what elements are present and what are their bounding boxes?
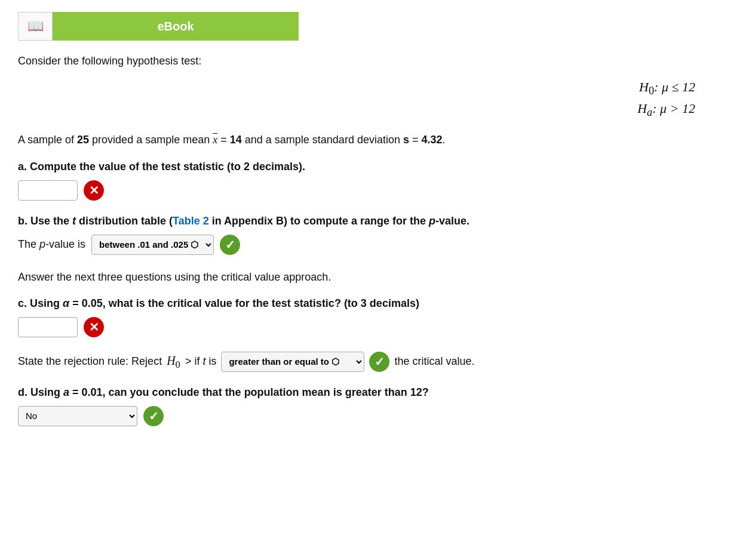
part-c-label: c. Using α = 0.05, what is the critical … [18,297,731,310]
part-a-label: a. Compute the value of the test statist… [18,161,731,173]
ha-statement: Ha: μ > 12 [18,101,695,119]
part-a-input[interactable] [18,180,78,201]
intro-text: Consider the following hypothesis test: [18,55,731,67]
ebook-icon[interactable]: 📖 [18,12,53,41]
sample-info: A sample of 25 provided a sample mean x … [18,134,731,146]
rejection-rule-row: State the rejection rule: Reject H0 > if… [18,352,731,372]
rejection-text-post: the critical value. [394,353,474,370]
pvalue-label: The p-value is [18,238,85,251]
part-d-dropdown[interactable]: No Yes [18,406,137,426]
rejection-dropdown[interactable]: greater than or equal to ⬡ greater than … [221,352,364,372]
part-b-dropdown-row: The p-value is between .01 and .025 ⬡ le… [18,235,731,255]
rejection-correct-icon: ✓ [369,352,389,372]
part-d-label: d. Using a = 0.01, can you conclude that… [18,386,731,399]
part-b-correct-icon: ✓ [220,235,240,255]
part-a-input-row: ✕ [18,180,731,201]
ebook-header: 📖 eBook [18,12,299,41]
critical-value-intro: Answer the next three questions using th… [18,269,731,285]
part-d-correct-icon: ✓ [143,406,164,426]
part-d-dropdown-row: No Yes ✓ [18,406,731,426]
table2-link[interactable]: Table 2 [173,215,209,227]
book-icon: 📖 [27,19,44,34]
rejection-text-pre: State the rejection rule: Reject [18,353,162,370]
pvalue-dropdown[interactable]: between .01 and .025 ⬡ less than .005 be… [91,235,214,255]
part-c-incorrect-icon: ✕ [84,317,104,337]
hypothesis-block: H0: μ ≤ 12 Ha: μ > 12 [18,79,731,119]
ebook-title: eBook [157,20,194,33]
part-b-label: b. Use the t distribution table (Table 2… [18,215,731,227]
ebook-title-box[interactable]: eBook [53,12,299,41]
h0-statement: H0: μ ≤ 12 [18,79,695,97]
part-a-incorrect-icon: ✕ [84,180,104,201]
rejection-h0: H0 [167,352,180,372]
part-c-input[interactable] [18,317,78,337]
rejection-gt-text: > if t is [185,353,217,370]
part-c-input-row: ✕ [18,317,731,337]
